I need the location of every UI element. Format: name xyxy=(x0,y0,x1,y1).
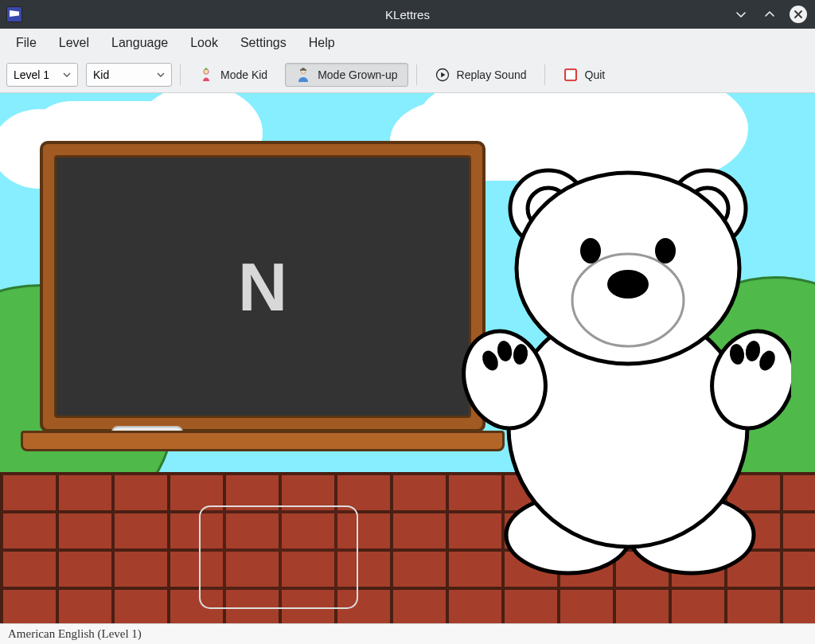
menu-language[interactable]: Language xyxy=(102,31,177,55)
app-icon xyxy=(6,6,22,22)
toolbar-separator xyxy=(544,64,545,85)
svg-point-18 xyxy=(572,254,684,346)
menu-level[interactable]: Level xyxy=(49,31,99,55)
chevron-down-icon xyxy=(63,68,71,81)
look-selector-value: Kid xyxy=(93,68,109,81)
window-title: KLettres xyxy=(0,8,815,21)
svg-point-20 xyxy=(655,238,676,263)
mode-grownup-label: Mode Grown-up xyxy=(318,68,397,81)
blackboard-slate: N xyxy=(54,155,471,418)
play-icon xyxy=(435,67,450,83)
level-selector-value: Level 1 xyxy=(14,68,49,81)
toolbar: Level 1 Kid Mode Kid xyxy=(0,57,815,92)
blackboard-frame: N xyxy=(40,141,485,432)
window-controls xyxy=(732,6,815,23)
blackboard: N xyxy=(40,141,485,443)
maximize-button[interactable] xyxy=(761,6,778,23)
look-selector[interactable]: Kid xyxy=(86,63,172,87)
svg-rect-7 xyxy=(567,71,574,78)
menu-file[interactable]: File xyxy=(6,31,46,55)
svg-point-1 xyxy=(205,68,208,70)
toolbar-separator xyxy=(180,64,181,85)
menu-settings[interactable]: Settings xyxy=(231,31,296,55)
replay-sound-button[interactable]: Replay Sound xyxy=(425,63,536,87)
replay-sound-label: Replay Sound xyxy=(457,68,527,81)
statusbar: American English (Level 1) xyxy=(0,623,815,644)
level-selector[interactable]: Level 1 xyxy=(6,63,78,87)
grownup-icon xyxy=(295,67,311,83)
mode-kid-label: Mode Kid xyxy=(220,68,267,81)
quit-icon xyxy=(563,67,579,83)
close-button[interactable] xyxy=(790,6,807,23)
quit-button[interactable]: Quit xyxy=(553,63,615,87)
svg-point-21 xyxy=(607,270,649,299)
mode-kid-button[interactable]: Mode Kid xyxy=(189,63,277,87)
current-letter: N xyxy=(238,248,287,326)
titlebar: KLettres xyxy=(0,0,815,29)
svg-point-19 xyxy=(580,238,601,263)
answer-input[interactable] xyxy=(199,505,358,609)
menu-help[interactable]: Help xyxy=(299,31,345,55)
kid-icon xyxy=(198,67,214,83)
svg-rect-4 xyxy=(302,68,305,69)
game-canvas: N xyxy=(0,92,815,623)
chevron-down-icon xyxy=(157,68,165,81)
toolbar-separator xyxy=(416,64,417,85)
blackboard-ledge xyxy=(21,431,505,451)
menu-look[interactable]: Look xyxy=(181,31,228,55)
status-text: American English (Level 1) xyxy=(8,627,142,641)
mode-grownup-button[interactable]: Mode Grown-up xyxy=(285,63,408,87)
bear-character xyxy=(457,133,791,579)
application-window: KLettres File Level Language Look Settin… xyxy=(0,0,815,644)
quit-label: Quit xyxy=(585,68,606,81)
minimize-button[interactable] xyxy=(732,6,750,23)
menubar: File Level Language Look Settings Help xyxy=(0,29,815,57)
